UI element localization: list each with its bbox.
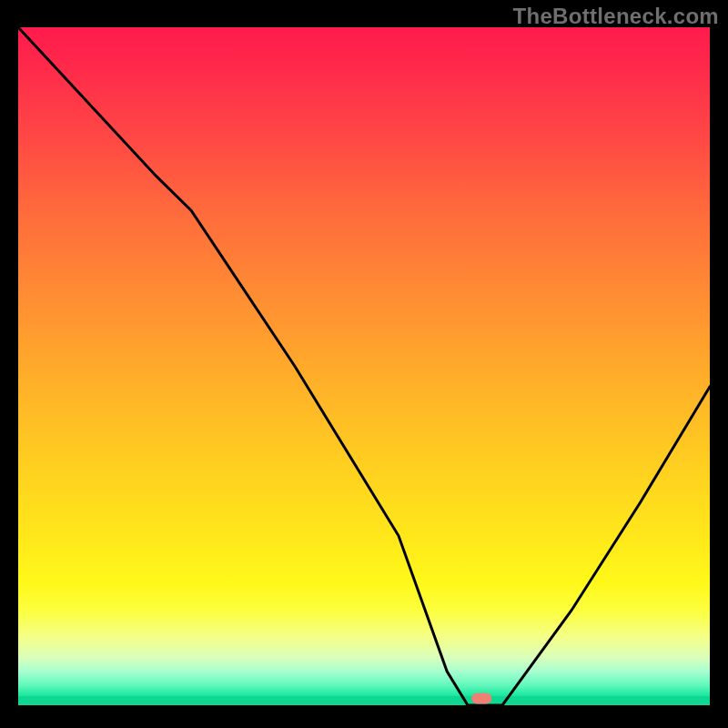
curve-path xyxy=(18,27,710,705)
optimal-marker xyxy=(471,693,491,704)
plot-area xyxy=(18,27,710,705)
bottleneck-curve xyxy=(18,27,710,705)
chart-frame: TheBottleneck.com xyxy=(0,0,728,728)
watermark-text: TheBottleneck.com xyxy=(513,4,719,29)
